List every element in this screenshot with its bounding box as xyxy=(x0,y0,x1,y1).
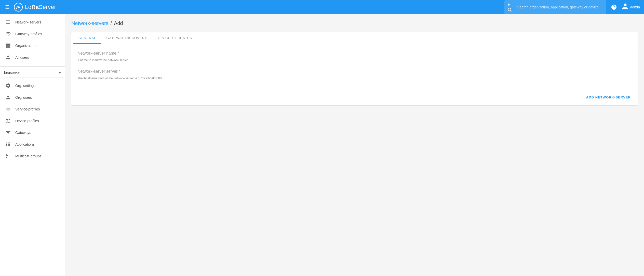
sidebar-item-multicast-groups[interactable]: Multicast-groups xyxy=(0,150,65,162)
org-dropdown[interactable]: loraserver xyxy=(4,71,57,75)
form-general: A name to identify the network-server. T… xyxy=(71,44,638,91)
network-servers-icon xyxy=(5,19,11,25)
breadcrumb-link[interactable]: Network-servers xyxy=(71,20,109,26)
organizations-icon xyxy=(5,43,11,48)
user-menu[interactable]: admin xyxy=(622,3,640,11)
user-label: admin xyxy=(630,5,640,9)
logo-text: LoRaServer xyxy=(25,4,56,10)
sidebar-item-device-profiles[interactable]: Device-profiles xyxy=(0,115,65,127)
tab-gateway-discovery[interactable]: GATEWAY DISCOVERY xyxy=(101,32,152,44)
topnav: ☰ LoRaServer ● admin xyxy=(0,0,644,14)
sidebar-item-gateway-profiles[interactable]: Gateway-profiles xyxy=(0,28,65,40)
hamburger-menu[interactable]: ☰ xyxy=(4,3,11,11)
search-bar[interactable]: ● xyxy=(504,0,606,14)
sidebar-item-applications[interactable]: Applications xyxy=(0,139,65,150)
tab-general[interactable]: GENERAL xyxy=(73,32,101,44)
service-profiles-icon xyxy=(5,106,11,112)
sidebar-item-label: Multicast-groups xyxy=(15,154,42,158)
sidebar: Network-servers Gateway-profiles Organiz… xyxy=(0,14,65,276)
name-field-group: A name to identify the network-server. xyxy=(77,50,632,62)
sidebar-item-gateways[interactable]: Gateways xyxy=(0,127,65,139)
logo[interactable]: LoRaServer xyxy=(14,3,56,12)
sidebar-divider xyxy=(0,66,65,67)
sidebar-item-service-profiles[interactable]: Service-profiles xyxy=(0,103,65,115)
main-content: Network-servers / Add GENERAL GATEWAY DI… xyxy=(65,14,644,276)
sidebar-item-organizations[interactable]: Organizations xyxy=(0,40,65,52)
sidebar-item-label: Org. settings xyxy=(15,84,35,88)
help-button[interactable] xyxy=(609,3,619,12)
sidebar-item-org-settings[interactable]: Org. settings xyxy=(0,80,65,92)
sidebar-item-label: Organizations xyxy=(15,44,37,48)
sidebar-item-label: Device-profiles xyxy=(15,119,39,123)
sidebar-item-label: Org. users xyxy=(15,95,32,99)
org-selector[interactable]: loraserver ▾ xyxy=(0,68,65,78)
search-icon: ● xyxy=(507,2,515,12)
user-avatar-icon xyxy=(622,3,629,11)
all-users-icon xyxy=(5,55,11,60)
add-network-server-button[interactable]: ADD NETWORK-SERVER xyxy=(583,93,634,101)
network-server-name-input[interactable] xyxy=(77,50,632,57)
breadcrumb: Network-servers / Add xyxy=(71,20,638,26)
svg-point-2 xyxy=(508,8,511,11)
tab-bar: GENERAL GATEWAY DISCOVERY TLS CERTIFICAT… xyxy=(71,32,638,44)
global-nav: Network-servers Gateway-profiles Organiz… xyxy=(0,14,65,65)
sidebar-item-label: Network-servers xyxy=(15,20,41,24)
sidebar-item-label: All users xyxy=(15,55,29,59)
breadcrumb-current: Add xyxy=(114,20,123,26)
server-field-hint: The 'hostname:port' of the network-serve… xyxy=(77,77,632,80)
sidebar-item-all-users[interactable]: All users xyxy=(0,52,65,63)
sidebar-item-network-servers[interactable]: Network-servers xyxy=(0,16,65,28)
sidebar-item-label: Service-profiles xyxy=(15,107,40,111)
form-card: GENERAL GATEWAY DISCOVERY TLS CERTIFICAT… xyxy=(71,32,638,105)
logo-icon xyxy=(14,3,23,12)
name-field-hint: A name to identify the network-server. xyxy=(77,58,632,62)
sidebar-item-org-users[interactable]: Org. users xyxy=(0,92,65,103)
svg-point-1 xyxy=(18,6,19,8)
org-nav: Org. settings Org. users Service-profile… xyxy=(0,78,65,164)
device-profiles-icon xyxy=(5,118,11,124)
chevron-down-icon: ▾ xyxy=(59,70,61,75)
form-actions: ADD NETWORK-SERVER xyxy=(71,91,638,105)
network-server-server-input[interactable] xyxy=(77,68,632,75)
applications-icon xyxy=(5,142,11,147)
search-input[interactable] xyxy=(517,5,603,9)
sidebar-item-label: Gateway-profiles xyxy=(15,32,42,36)
sidebar-item-label: Gateways xyxy=(15,131,31,135)
breadcrumb-separator: / xyxy=(111,20,112,26)
layout: Network-servers Gateway-profiles Organiz… xyxy=(0,14,644,276)
gateway-profiles-icon xyxy=(5,31,11,37)
gear-icon xyxy=(5,83,11,89)
gateways-icon xyxy=(5,130,11,135)
svg-line-3 xyxy=(511,11,511,11)
sidebar-item-label: Applications xyxy=(15,142,35,146)
org-users-icon xyxy=(5,95,11,100)
server-field-group: The 'hostname:port' of the network-serve… xyxy=(77,68,632,80)
multicast-groups-icon xyxy=(5,153,11,159)
tab-tls-certificates[interactable]: TLS CERTIFICATES xyxy=(152,32,197,44)
